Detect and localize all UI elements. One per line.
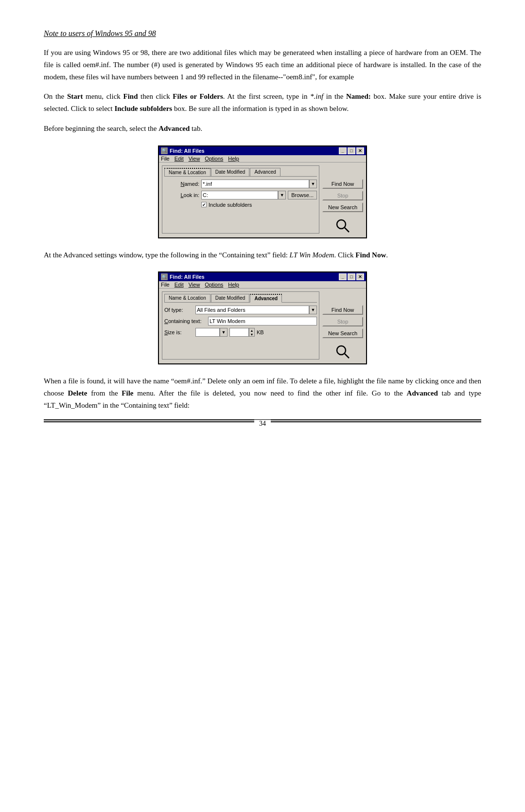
magnifier-icon [335,218,350,234]
tab2-name-location[interactable]: Name & Location [164,294,210,302]
dialog2-titlebar: 🔍 Find: All Files _ □ ✕ [159,272,366,281]
dialog1-main: Name & Location Date Modified Advanced N… [162,165,319,234]
size-spinner-input[interactable] [229,328,249,337]
oftype-dropdown-arrow[interactable]: ▼ [309,306,317,314]
svg-point-0 [337,220,346,229]
menu-file[interactable]: File [161,156,170,162]
dialog1-tabs: Name & Location Date Modified Advanced [164,168,317,177]
dialog2-tabs: Name & Location Date Modified Advanced [164,294,317,303]
lookin-label: Look in: [164,192,199,198]
size-row: Size is: ▼ ▲ ▼ KB [164,328,317,337]
dialog1-menubar: File Edit View Options Help [159,155,366,162]
para-5: When a file is found, it will have the n… [44,375,481,411]
tab2-date-modified[interactable]: Date Modified [211,294,250,302]
para4-mid: . Click [334,251,356,259]
size-unit: KB [257,329,264,335]
svg-line-1 [345,228,349,232]
menu2-help[interactable]: Help [228,282,239,288]
para4-bold: Find Now [355,251,386,259]
find-now2-button[interactable]: Find Now [322,305,363,315]
find-now-button[interactable]: Find Now [322,179,363,189]
browse-button[interactable]: Browse... [288,191,317,199]
dialog1-titlebar-left: 🔍 Find: All Files [161,147,205,154]
menu2-view[interactable]: View [189,282,200,288]
para-4: At the Advanced settings window, type th… [44,249,481,261]
dialog2: 🔍 Find: All Files _ □ ✕ File Edit View O… [158,271,367,364]
named-input-group: *.inf ▼ [201,180,317,188]
tab-advanced[interactable]: Advanced [250,168,280,176]
para-1: If you are using Windows 95 or 98, there… [44,47,481,83]
para2-mid3: . At the first screen, type in *.inf in … [223,92,346,100]
dialog1-titlebar: 🔍 Find: All Files _ □ ✕ [159,146,366,155]
dialog2-body: Name & Location Date Modified Advanced O… [159,289,366,363]
find-icon: 🔍 [161,147,168,154]
containing-text-input[interactable]: LT Win Modem [208,317,317,325]
menu2-edit[interactable]: Edit [175,282,184,288]
include-subfolders-checkbox[interactable]: ✔ [201,202,207,207]
new-search-button[interactable]: New Search [322,202,363,212]
spin-down[interactable]: ▼ [249,332,254,336]
minimize2-button[interactable]: _ [339,273,347,280]
oftype-input[interactable]: All Files and Folders [195,306,309,314]
dialog2-title: Find: All Files [170,274,205,280]
size-dropdown[interactable] [195,328,220,337]
size-dropdown-arrow[interactable]: ▼ [220,328,228,337]
oftype-label: Of type: [164,307,193,313]
maximize2-button[interactable]: □ [348,273,355,280]
menu-help[interactable]: Help [228,156,239,162]
close2-button[interactable]: ✕ [356,273,364,280]
minimize-button[interactable]: _ [339,147,347,154]
para2-end: box. Be sure all the information is type… [172,105,349,112]
para3-end: tab. [190,125,202,132]
menu2-file[interactable]: File [161,282,170,288]
dialog2-wrap: 🔍 Find: All Files _ □ ✕ File Edit View O… [44,271,481,364]
lookin-row: Look in: C: ▼ Browse... [164,191,317,199]
containing-text-label: Containing text: [164,318,207,324]
para2-include: Include subfolders [114,105,172,112]
menu2-options[interactable]: Options [205,282,223,288]
size-label: Size is: [164,329,193,335]
dialog2-main: Name & Location Date Modified Advanced O… [162,291,319,360]
lookin-input-group: C: ▼ [201,191,286,199]
dialog1-sidebar: Find Now Stop New Search [322,165,363,234]
spin-up[interactable]: ▲ [249,328,254,332]
dialog1-body: Name & Location Date Modified Advanced N… [159,162,366,237]
lookin-input[interactable]: C: [201,191,278,199]
para-2: On the Start menu, click Find then click… [44,90,481,115]
para2-mid1: menu, click [83,92,123,100]
para2-folders: Files or Folders [173,92,223,100]
include-subfolders-label: Include subfolders [209,202,252,208]
para2-find: Find [123,92,138,100]
dialog1-title: Find: All Files [170,148,205,154]
menu-options[interactable]: Options [205,156,223,162]
para-3: Before beginning the search, select the … [44,123,481,135]
maximize-button[interactable]: □ [348,147,355,154]
new-search2-button[interactable]: New Search [322,328,363,338]
spinner-arrows[interactable]: ▲ ▼ [249,328,255,337]
para4-end: . [386,251,388,259]
tab2-advanced[interactable]: Advanced [250,294,282,303]
page-number: 34 [254,420,271,428]
named-row: Named: *.inf ▼ [164,180,317,188]
para2-pre: On the [44,92,67,100]
para5-advanced: Advanced [407,389,438,397]
para5-mid2: menu. After the file is deleted, you now… [134,389,407,397]
para5-file: File [122,389,133,397]
menu-edit[interactable]: Edit [175,156,184,162]
named-label: Named: [164,181,199,187]
menu-view[interactable]: View [189,156,200,162]
include-subfolders-row: ✔ Include subfolders [201,202,317,208]
dialog1-titlebar-buttons: _ □ ✕ [339,147,364,154]
lookin-dropdown-arrow[interactable]: ▼ [278,191,286,199]
stop-button[interactable]: Stop [322,191,363,200]
named-input[interactable]: *.inf [201,180,309,188]
tab-date-modified[interactable]: Date Modified [211,168,250,176]
tab-name-location[interactable]: Name & Location [164,168,210,176]
stop2-button[interactable]: Stop [322,317,363,326]
dialog1-wrap: 🔍 Find: All Files _ □ ✕ File Edit View O… [44,145,481,238]
dialog2-titlebar-left: 🔍 Find: All Files [161,273,205,280]
named-dropdown-arrow[interactable]: ▼ [309,180,317,188]
oftype-row: Of type: All Files and Folders ▼ [164,306,317,314]
para4-italic: LT Win Modem [290,251,334,259]
close-button[interactable]: ✕ [356,147,364,154]
